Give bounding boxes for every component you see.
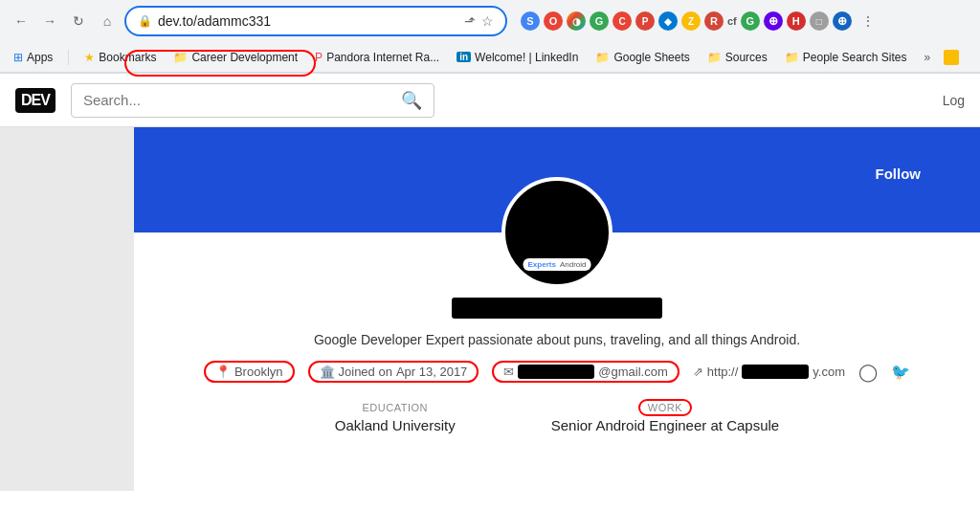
bookmark-linkedin-label: Welcome! | LinkedIn — [475, 51, 578, 64]
website-prefix: http:// — [707, 365, 739, 379]
bookmark-sources-label: Sources — [725, 51, 768, 64]
joined-date: Apr 13, 2017 — [396, 365, 467, 379]
bookmark-extra-icon[interactable] — [944, 50, 959, 65]
joined-item: 🏛️ Joined on Apr 13, 2017 — [308, 361, 479, 383]
ext-icon-8[interactable]: Z — [681, 11, 701, 31]
expert-badge: Experts Android — [523, 258, 591, 271]
badge-android-text: Android — [560, 260, 587, 269]
ext-icon-4[interactable]: G — [590, 11, 609, 31]
apps-grid-icon: ⊞ — [13, 51, 23, 64]
avatar: Experts Android — [501, 177, 612, 288]
back-button[interactable]: ← — [10, 10, 33, 33]
profile-bio: Google Developer Expert passionate about… — [134, 332, 980, 347]
bookmark-pandora[interactable]: P Pandora Internet Ra... — [311, 49, 443, 66]
folder-icon-1: 📁 — [173, 51, 188, 64]
more-bookmarks-icon[interactable]: » — [924, 51, 931, 64]
bookmarks-bar: ⊞ Apps ★ Bookmarks 📁 Career Development … — [0, 42, 980, 73]
bookmark-bookmarks-label: Bookmarks — [99, 51, 156, 64]
bookmark-star-icon[interactable]: ☆ — [481, 13, 494, 29]
folder-icon-3: 📁 — [707, 51, 722, 64]
bookmark-apps[interactable]: ⊞ Apps — [10, 49, 56, 66]
dev-search-container[interactable]: 🔍 — [71, 83, 434, 118]
forward-button[interactable]: → — [38, 10, 61, 33]
toolbar-icons: S O ◑ G C P ◆ Z R cf G ⊕ H □ ⊕ — [521, 11, 852, 31]
pandora-icon: P — [315, 51, 323, 64]
email-suffix: @gmail.com — [598, 365, 667, 379]
twitter-icon[interactable]: 🐦 — [891, 363, 910, 381]
email-icon: ✉ — [503, 365, 514, 379]
profile-content-area: Experts Android Google Developer Expert … — [134, 232, 980, 449]
bookmark-sources[interactable]: 📁 Sources — [703, 49, 771, 66]
work-label-wrapper: Work — [551, 402, 780, 413]
avatar-wrapper: Experts Android — [501, 177, 612, 288]
ext-icon-7[interactable]: ◆ — [658, 11, 678, 31]
ext-icon-1[interactable]: S — [521, 11, 540, 31]
education-value: Oakland University — [335, 417, 456, 433]
website-suffix: y.com — [813, 365, 845, 379]
bookmark-apps-label: Apps — [27, 51, 53, 64]
bookmark-linkedin[interactable]: in Welcome! | LinkedIn — [453, 49, 582, 66]
home-button[interactable]: ⌂ — [96, 10, 119, 33]
joined-label: Joined on — [339, 365, 392, 379]
bookmark-career-label: Career Development — [191, 51, 298, 64]
bookmark-bookmarks[interactable]: ★ Bookmarks — [80, 49, 160, 66]
github-icon[interactable]: ◯ — [858, 362, 878, 383]
folder-icon-4: 📁 — [785, 51, 799, 64]
bookmark-pandora-label: Pandora Internet Ra... — [326, 51, 439, 64]
more-icon[interactable]: ⋮ — [861, 13, 875, 29]
browser-nav: ← → ↻ ⌂ 🔒 ⬏ ☆ S O ◑ G C P ◆ Z R cf G ⊕ H… — [0, 0, 980, 42]
ext-icon-sq[interactable]: □ — [810, 11, 829, 31]
profile-meta-row: 📍 Brooklyn 🏛️ Joined on Apr 13, 2017 ✉ @… — [134, 361, 980, 383]
ext-icon-plus2[interactable]: ⊕ — [833, 11, 852, 31]
education-label: Education — [335, 402, 456, 413]
ext-icon-5[interactable]: C — [612, 11, 632, 31]
share-icon[interactable]: ⬏ — [464, 13, 476, 29]
sidebar-bg — [0, 127, 134, 491]
bookmark-gsheets-label: Google Sheets — [613, 51, 689, 64]
location-item: 📍 Brooklyn — [204, 361, 295, 383]
bookmark-people-label: People Search Sites — [803, 51, 907, 64]
badge-expert-text: Experts — [528, 260, 556, 269]
address-bar[interactable] — [158, 13, 458, 29]
ext-icon-plus[interactable]: ⊕ — [764, 11, 783, 31]
star-icon: ★ — [84, 51, 95, 64]
website-item: ⇗ http:// y.com — [693, 365, 845, 379]
profile-extras: Education Oakland University Work Senior… — [134, 402, 980, 449]
external-link-icon: ⇗ — [693, 365, 703, 379]
search-input[interactable] — [83, 92, 393, 108]
calendar-icon: 🏛️ — [320, 365, 335, 379]
bookmark-gsheets[interactable]: 📁 Google Sheets — [591, 49, 693, 66]
divider-1 — [68, 50, 69, 65]
email-redacted — [518, 365, 594, 379]
profile-name-redacted — [452, 298, 662, 319]
profile-page: Follow Experts Android Google Developer … — [0, 127, 980, 491]
address-bar-container[interactable]: 🔒 ⬏ ☆ — [124, 6, 507, 36]
log-label[interactable]: Log — [943, 93, 965, 108]
ext-icon-6[interactable]: P — [635, 11, 655, 31]
ext-icon-9[interactable]: R — [704, 11, 724, 31]
search-icon: 🔍 — [401, 90, 422, 111]
ext-icon-cf[interactable]: cf — [727, 15, 737, 27]
work-value: Senior Android Engineer at Capsule — [551, 417, 780, 433]
bookmark-people[interactable]: 📁 People Search Sites — [781, 49, 911, 66]
email-item: ✉ @gmail.com — [492, 361, 679, 383]
ext-icon-g[interactable]: G — [741, 11, 760, 31]
education-section: Education Oakland University — [335, 402, 456, 433]
dev-site-header: DEV 🔍 Log — [0, 74, 980, 127]
lock-icon: 🔒 — [138, 14, 152, 28]
website-redacted — [742, 365, 809, 379]
ext-icon-2[interactable]: O — [544, 11, 563, 31]
location-text: Brooklyn — [234, 365, 283, 379]
ext-icon-h[interactable]: H — [787, 11, 806, 31]
work-section: Work Senior Android Engineer at Capsule — [551, 402, 780, 433]
reload-button[interactable]: ↻ — [67, 10, 90, 33]
follow-button[interactable]: Follow — [855, 156, 943, 191]
dev-logo[interactable]: DEV — [15, 88, 56, 113]
location-pin-icon: 📍 — [215, 365, 231, 379]
linkedin-icon: in — [457, 52, 471, 62]
ext-icon-3[interactable]: ◑ — [567, 11, 586, 31]
work-label: Work — [638, 399, 692, 416]
folder-icon-2: 📁 — [595, 51, 610, 64]
bookmark-career[interactable]: 📁 Career Development — [169, 49, 301, 66]
